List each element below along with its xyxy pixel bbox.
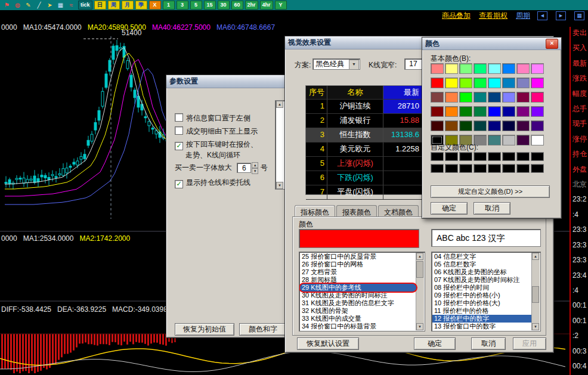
custom-color-swatch[interactable]	[459, 152, 472, 161]
custom-color-swatch[interactable]	[516, 164, 530, 173]
layout-grid-icon[interactable]: ▦	[574, 11, 584, 20]
table-icon[interactable]: ▦	[56, 1, 65, 9]
checkbox-info-window-left[interactable]	[175, 113, 183, 122]
color-item[interactable]: 32 K线图的骨架	[300, 307, 416, 315]
basic-color-swatch[interactable]	[474, 63, 487, 74]
custom-color-swatch[interactable]	[488, 164, 501, 173]
period-button-5[interactable]: 5	[190, 1, 202, 10]
color-item[interactable]: 25 报价窗口中的反显背景	[300, 253, 416, 261]
period-button-月[interactable]: 月	[122, 1, 134, 10]
custom-color-swatch[interactable]	[445, 152, 458, 161]
pointer-icon[interactable]: ➤	[45, 1, 54, 9]
basic-color-swatch[interactable]	[516, 120, 530, 131]
prev-arrow-icon[interactable]: ◄	[537, 11, 547, 20]
basic-color-swatch[interactable]	[516, 78, 530, 88]
define-custom-colors-button[interactable]: 规定自定义颜色(D) >>	[431, 185, 550, 198]
basic-color-swatch[interactable]	[531, 63, 544, 74]
color-item[interactable]: 34 报价窗口中的标题背景	[300, 323, 416, 330]
checkbox-trade-detail-bottom-up[interactable]	[175, 126, 183, 135]
period-button-1[interactable]: 1	[163, 1, 175, 10]
period-button-X[interactable]: X	[149, 1, 161, 10]
color-item[interactable]: 31 K线图及走势图的信息栏文字	[300, 299, 416, 307]
basic-color-swatch[interactable]	[474, 78, 487, 88]
period-button-日[interactable]: 日	[94, 1, 106, 10]
pin-icon[interactable]: ⚑	[2, 1, 11, 9]
scroll-thumb[interactable]	[416, 261, 423, 278]
basic-color-swatch[interactable]	[488, 78, 501, 88]
quote-table-row[interactable]: 2 浦发银行 15.88	[306, 114, 422, 128]
quote-table-row[interactable]: 5 上涨(闪烁)	[306, 157, 422, 171]
basic-color-swatch[interactable]	[516, 135, 530, 145]
link-周期[interactable]: 周期	[516, 11, 530, 21]
custom-color-swatch[interactable]	[502, 152, 515, 161]
font-item[interactable]: 07 K线图及走势图的时间标注	[432, 276, 532, 284]
apply-button[interactable]: 应用	[513, 337, 546, 350]
font-item[interactable]: 12 报价栏中的数字	[432, 315, 532, 323]
kline-width-input[interactable]: 17	[404, 58, 422, 70]
color-item[interactable]: 28 新闻标题	[300, 276, 416, 284]
basic-color-swatch[interactable]	[445, 92, 458, 103]
color-item[interactable]: 29 K线图中的参考线	[300, 284, 416, 292]
basic-color-swatch[interactable]	[488, 120, 501, 131]
next-arrow-icon[interactable]: ►	[556, 11, 566, 20]
basic-color-swatch[interactable]	[445, 106, 458, 117]
custom-color-swatch[interactable]	[474, 152, 487, 161]
basic-color-swatch[interactable]	[474, 106, 487, 117]
basic-color-swatch[interactable]	[488, 63, 501, 74]
custom-color-swatch[interactable]	[531, 164, 544, 173]
custom-color-swatch[interactable]	[531, 152, 544, 161]
param-dialog-titlebar[interactable]: 参数设置	[166, 75, 289, 88]
basic-color-swatch[interactable]	[459, 106, 472, 117]
period-button-Y[interactable]: Y	[275, 1, 287, 10]
scroll-up-icon[interactable]: ▲	[276, 101, 283, 108]
basic-color-swatch[interactable]	[431, 78, 444, 88]
quote-table-row[interactable]: 7 平盘(闪烁)	[306, 185, 422, 200]
quote-table-row[interactable]: 6 下跌(闪烁)	[306, 171, 422, 185]
font-item[interactable]: 11 报价栏中的价格	[432, 307, 532, 315]
font-size-input[interactable]: 6	[237, 163, 251, 173]
custom-color-swatch[interactable]	[516, 152, 530, 161]
quote-table-row[interactable]: 1 沪铜连续 28710	[306, 100, 422, 114]
basic-color-swatch[interactable]	[531, 106, 544, 117]
basic-color-swatch[interactable]	[502, 120, 515, 131]
scheme-select[interactable]: 黑色经典 ▼	[312, 58, 360, 70]
basic-color-swatch[interactable]	[516, 63, 530, 74]
basic-color-swatch[interactable]	[502, 78, 515, 88]
period-button-3[interactable]: 3	[177, 1, 188, 10]
font-size-spinner[interactable]: ▲▼	[252, 162, 258, 173]
basic-color-swatch[interactable]	[531, 120, 544, 131]
ok-button[interactable]: 确定	[414, 337, 456, 350]
basic-color-swatch[interactable]	[445, 63, 458, 74]
basic-color-swatch[interactable]	[459, 120, 472, 131]
font-item[interactable]: 13 报价窗口中的数字	[432, 323, 532, 330]
basic-color-swatch[interactable]	[531, 78, 544, 88]
basic-color-swatch[interactable]	[502, 135, 515, 145]
color-font-button[interactable]: 颜色和字	[239, 323, 287, 336]
color-item[interactable]: 33 K线图中的成交量	[300, 315, 416, 323]
basic-color-swatch[interactable]	[459, 63, 472, 74]
listbox-scrollbar[interactable]: ▲ ▼	[531, 253, 540, 330]
reset-defaults-button[interactable]: 恢复为初始值	[175, 323, 234, 336]
basic-color-swatch[interactable]	[459, 92, 472, 103]
font-item[interactable]: 10 报价栏中的价格(大)	[432, 299, 532, 307]
wave-icon[interactable]: ≈	[67, 1, 76, 9]
basic-color-swatch[interactable]	[445, 78, 458, 88]
scroll-up-icon[interactable]: ▲	[532, 253, 539, 260]
basic-color-swatch[interactable]	[459, 78, 472, 88]
custom-color-swatch[interactable]	[431, 164, 444, 173]
basic-color-swatch[interactable]	[516, 92, 530, 103]
basic-color-swatch[interactable]	[488, 135, 501, 145]
period-button-周[interactable]: 周	[108, 1, 120, 10]
checkbox-show-position-lines[interactable]: ✓	[175, 180, 183, 188]
basic-color-swatch[interactable]	[531, 135, 544, 145]
font-item[interactable]: 09 报价栏中的价格(小)	[432, 292, 532, 299]
basic-color-swatch[interactable]	[445, 120, 458, 131]
period-button-15[interactable]: 15	[204, 1, 216, 10]
quote-table-row[interactable]: 3 恒生指数 13138.6	[306, 128, 422, 142]
color-ok-button[interactable]: 确定	[431, 202, 468, 215]
basic-color-swatch[interactable]	[474, 120, 487, 131]
ink-bottle-icon[interactable]: ◍	[13, 1, 22, 9]
link-商品叠加[interactable]: 商品叠加	[442, 11, 471, 21]
font-item[interactable]: 05 信息栏数字	[432, 261, 532, 268]
basic-color-swatch[interactable]	[488, 92, 501, 103]
